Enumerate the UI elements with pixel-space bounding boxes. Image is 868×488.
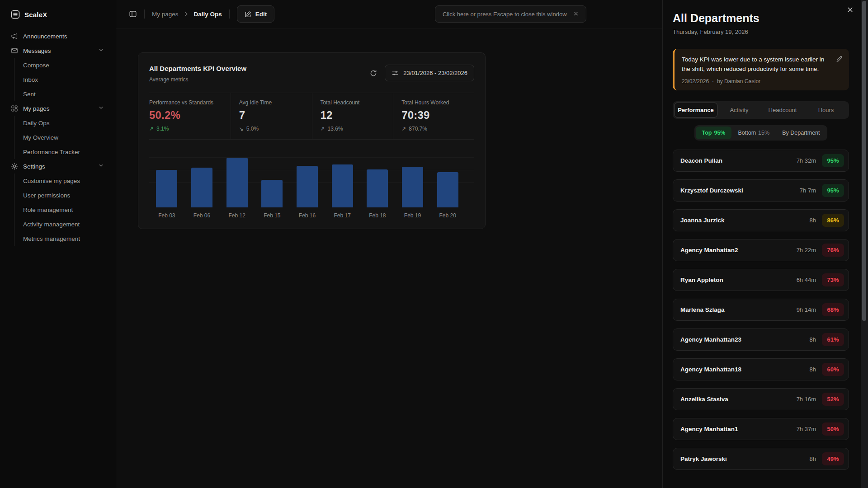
sidebar-item-settings[interactable]: Settings xyxy=(0,159,116,174)
sidebar-item-sent[interactable]: Sent xyxy=(14,87,116,101)
kpi-stat-label: Performance vs Standards xyxy=(149,99,225,106)
escape-notification[interactable]: Click here or press Escape to close this… xyxy=(435,5,586,23)
filter-top[interactable]: Top 95% xyxy=(696,127,731,139)
edit-button[interactable]: Edit xyxy=(237,5,275,23)
kpi-stat-trend: ↗ 870.7% xyxy=(401,126,469,132)
sidebar-item-announcements[interactable]: Announcements xyxy=(0,29,116,43)
card-subtitle: Average metrics xyxy=(149,76,246,83)
edit-pencil-icon xyxy=(245,11,251,18)
performance-badge: 61% xyxy=(822,333,844,346)
envelope-icon xyxy=(11,47,18,54)
chart-bar-column xyxy=(184,149,220,207)
tab-performance[interactable]: Performance xyxy=(674,103,717,117)
person-name: Agency Manhattan2 xyxy=(680,247,797,253)
notification-close-icon[interactable] xyxy=(573,10,579,18)
roster-row-ryan-appleton[interactable]: Ryan Appleton 6h 44m 73% xyxy=(673,269,849,291)
filter-by-department[interactable]: By Department xyxy=(776,127,826,139)
roster-row-patryk-jaworski[interactable]: Patryk Jaworski 8h 49% xyxy=(673,448,849,470)
chart-x-labels: Feb 03Feb 06Feb 12Feb 15Feb 16Feb 17Feb … xyxy=(149,212,465,219)
sidebar-subitem-label: Inbox xyxy=(23,76,38,83)
sidebar-subitem-label: Customise my pages xyxy=(23,178,80,184)
roster-row-marlena-szlaga[interactable]: Marlena Szlaga 9h 14m 68% xyxy=(673,299,849,321)
hours-worked: 8h xyxy=(810,455,816,462)
sidebar-toggle-icon[interactable] xyxy=(129,10,137,18)
sidebar-item-label: My pages xyxy=(23,105,50,112)
chart-bar[interactable] xyxy=(332,164,353,207)
sidebar-item-metrics-management[interactable]: Metrics management xyxy=(14,231,116,246)
sidebar-subitem-label: Performance Tracker xyxy=(23,149,80,155)
topbar: My pages Daily Ops Edit Click here or pr… xyxy=(116,0,662,28)
filter-label: Bottom xyxy=(738,130,756,136)
chart-bar[interactable] xyxy=(437,172,458,207)
kpi-overview-card: All Departments KPI Overview Average met… xyxy=(138,52,486,229)
scalex-logo-icon xyxy=(11,10,20,19)
note-edit-pencil-icon[interactable] xyxy=(836,55,843,64)
sidebar-item-performance-tracker[interactable]: Performance Tracker xyxy=(14,145,116,159)
tab-label: Performance xyxy=(678,107,713,113)
chart-bar[interactable] xyxy=(261,180,283,207)
sidebar-item-my-pages[interactable]: My pages xyxy=(0,101,116,116)
chart-bar[interactable] xyxy=(191,168,212,207)
roster-row-agency-manhattan2[interactable]: Agency Manhattan2 7h 22m 76% xyxy=(673,239,849,261)
note-separator: · xyxy=(712,78,714,84)
sidebar-item-compose[interactable]: Compose xyxy=(14,58,116,72)
tab-headcount[interactable]: Headcount xyxy=(761,103,804,117)
kpi-stat-avg-idle-time: Avg Idle Time 7 ↘ 5.0% xyxy=(231,93,312,139)
performance-badge: 52% xyxy=(822,393,844,406)
sidebar-item-daily-ops[interactable]: Daily Ops xyxy=(14,116,116,130)
performance-roster: Deacon Pullan 7h 32m 95% Krzysztof Durcz… xyxy=(673,150,849,470)
scrollbar-thumb[interactable] xyxy=(862,1,866,321)
sidebar-item-label: Messages xyxy=(23,47,51,54)
sidebar-subitem-label: Compose xyxy=(23,62,49,69)
filter-label: By Department xyxy=(782,130,820,136)
date-range-button[interactable]: 23/01/2026 - 23/02/2026 xyxy=(385,65,474,81)
sidebar-item-inbox[interactable]: Inbox xyxy=(14,72,116,87)
sidebar-item-messages[interactable]: Messages xyxy=(0,43,116,58)
kpi-stat-value: 70:39 xyxy=(401,109,469,122)
tab-activity[interactable]: Activity xyxy=(717,103,761,117)
sidebar-item-my-overview[interactable]: My Overview xyxy=(14,130,116,145)
sidebar-subitem-label: Daily Ops xyxy=(23,120,50,127)
sidebar-item-activity-management[interactable]: Activity management xyxy=(14,217,116,231)
person-name: Agency Manhattan1 xyxy=(680,426,797,432)
person-name: Patryk Jaworski xyxy=(680,455,810,462)
chart-bar[interactable] xyxy=(226,158,248,207)
roster-row-joanna-jurzick[interactable]: Joanna Jurzick 8h 86% xyxy=(673,209,849,231)
hours-worked: 8h xyxy=(810,217,816,224)
roster-row-deacon-pullan[interactable]: Deacon Pullan 7h 32m 95% xyxy=(673,150,849,172)
chart-bar[interactable] xyxy=(402,167,423,207)
filter-bottom[interactable]: Bottom 15% xyxy=(732,127,776,139)
chevron-down-icon[interactable] xyxy=(98,105,104,112)
kpi-stat-trend: ↗ 13.6% xyxy=(321,126,388,132)
roster-row-agency-manhattan1[interactable]: Agency Manhattan1 7h 37m 50% xyxy=(673,418,849,440)
scrollbar-track[interactable] xyxy=(861,0,868,488)
tab-label: Activity xyxy=(730,107,748,113)
chart-bars xyxy=(149,149,465,207)
chart-bar[interactable] xyxy=(367,169,388,207)
chart-x-tick-label: Feb 12 xyxy=(219,212,255,219)
panel-close-icon[interactable] xyxy=(847,6,854,15)
tab-hours[interactable]: Hours xyxy=(804,103,848,117)
chart-x-tick-label: Feb 20 xyxy=(430,212,465,219)
roster-row-krzysztof-durczewski[interactable]: Krzysztof Durczewski 7h 7m 95% xyxy=(673,179,849,202)
chart-bar[interactable] xyxy=(297,166,318,207)
roster-row-agency-manhattan18[interactable]: Agency Manhattan18 8h 60% xyxy=(673,358,849,380)
chart-x-tick-label: Feb 18 xyxy=(360,212,395,219)
refresh-icon[interactable] xyxy=(369,69,377,77)
chevron-down-icon[interactable] xyxy=(98,163,104,170)
breadcrumb-parent[interactable]: My pages xyxy=(152,11,179,18)
sidebar-item-user-permissions[interactable]: User permissions xyxy=(14,188,116,202)
performance-badge: 60% xyxy=(822,363,844,376)
app-root: ScaleX Announcements Messages Compose In… xyxy=(0,0,868,488)
sidebar-item-role-management[interactable]: Role management xyxy=(14,202,116,217)
filters-row: Top 95% Bottom 15% By Department xyxy=(673,125,849,141)
chevron-down-icon[interactable] xyxy=(98,47,104,54)
sidebar-item-customise-my-pages[interactable]: Customise my pages xyxy=(14,174,116,188)
roster-row-agency-manhattan23[interactable]: Agency Manhattan23 8h 61% xyxy=(673,328,849,351)
gear-icon xyxy=(11,163,18,170)
panel-title: All Departments xyxy=(673,12,849,25)
roster-row-anzelika-stasiva[interactable]: Anzelika Stasiva 7h 16m 52% xyxy=(673,388,849,410)
chart-bar-column xyxy=(149,149,184,207)
chart-bar[interactable] xyxy=(156,170,177,207)
person-name: Joanna Jurzick xyxy=(680,217,810,224)
